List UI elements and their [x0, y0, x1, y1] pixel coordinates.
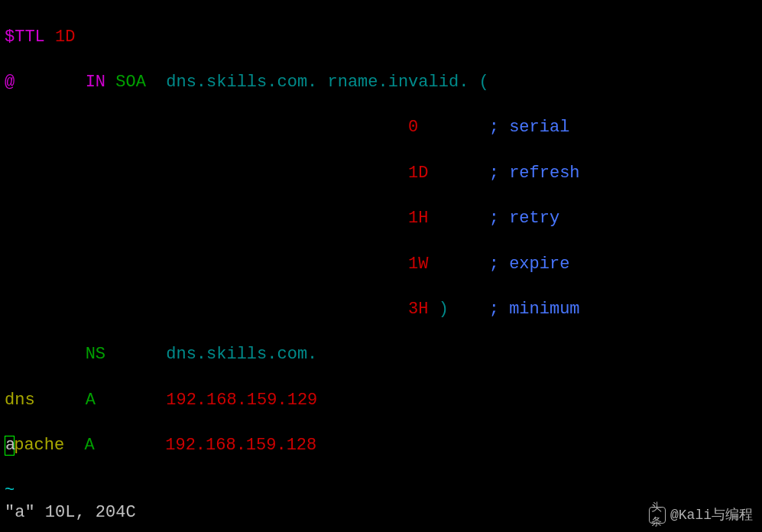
record-name-dns: dns: [5, 391, 35, 410]
type-ns: NS: [86, 345, 105, 364]
comment-refresh: refresh: [509, 164, 579, 183]
status-text: "a" 10L, 204C: [5, 503, 136, 522]
comment-prefix: ;: [489, 209, 499, 228]
empty-line-tilde: ~: [5, 479, 757, 502]
editor-content[interactable]: $TTL 1D @ IN SOA dns.skills.com. rname.i…: [5, 3, 757, 532]
soa-refresh: 1D: [408, 164, 428, 183]
comment-serial: serial: [509, 118, 569, 137]
comment-prefix: ;: [489, 300, 499, 319]
class-in: IN: [86, 73, 105, 92]
soa-close-paren: ): [439, 300, 449, 319]
zone-line-retry: 1H ; retry: [5, 207, 757, 230]
record-name-apache: pache: [14, 436, 64, 455]
comment-prefix: ;: [489, 164, 499, 183]
zone-line-a-apache: apache A 192.168.159.128: [5, 434, 757, 457]
soa-expire: 1W: [408, 255, 428, 274]
watermark-text: @Kali与编程: [670, 506, 753, 524]
soa-open-paren: (: [479, 73, 489, 92]
ip-dns: 192.168.159.129: [166, 391, 317, 410]
zone-line-soa: @ IN SOA dns.skills.com. rname.invalid. …: [5, 71, 757, 94]
soa-primary: dns.skills.com.: [166, 73, 317, 92]
soa-rname: rname.invalid.: [328, 73, 469, 92]
ip-apache: 192.168.159.128: [165, 436, 316, 455]
zone-line-a-dns: dns A 192.168.159.129: [5, 389, 757, 412]
comment-prefix: ;: [489, 255, 499, 274]
comment-minimum: minimum: [509, 300, 579, 319]
status-bar: "a" 10L, 204C: [5, 501, 136, 524]
origin-at: @: [5, 73, 15, 92]
empty-line-tilde: ~: [5, 525, 757, 532]
type-a: A: [86, 391, 96, 410]
zone-line-ttl: $TTL 1D: [5, 26, 757, 49]
zone-line-ns: NS dns.skills.com.: [5, 343, 757, 366]
comment-prefix: ;: [489, 118, 499, 137]
type-soa: SOA: [115, 73, 146, 92]
soa-serial: 0: [408, 118, 418, 137]
zone-line-refresh: 1D ; refresh: [5, 162, 757, 185]
zone-line-expire: 1W ; expire: [5, 253, 757, 276]
soa-retry: 1H: [408, 209, 428, 228]
zone-line-serial: 0 ; serial: [5, 116, 757, 139]
toutiao-icon: 头条: [649, 507, 666, 524]
type-a: A: [85, 436, 95, 455]
ns-target: dns.skills.com.: [166, 345, 317, 364]
comment-expire: expire: [509, 255, 569, 274]
soa-minimum: 3H: [408, 300, 428, 319]
comment-retry: retry: [509, 209, 559, 228]
ttl-directive: $TTL: [5, 28, 45, 47]
zone-line-minimum: 3H ) ; minimum: [5, 298, 757, 321]
watermark: 头条 @Kali与编程: [649, 506, 753, 524]
ttl-value: 1D: [55, 28, 75, 47]
